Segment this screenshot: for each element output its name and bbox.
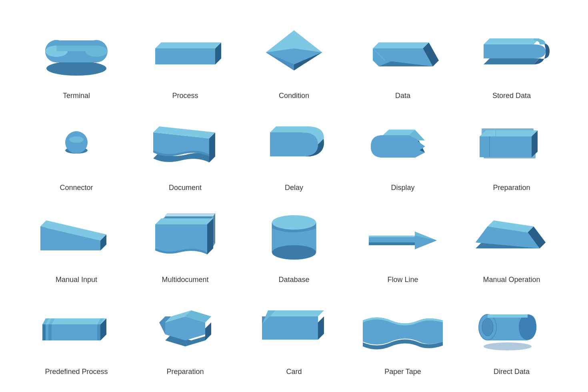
svg-point-26 xyxy=(272,245,316,260)
label-paper-tape: Paper Tape xyxy=(384,368,421,376)
cell-connector: Connector xyxy=(22,106,131,194)
svg-marker-14 xyxy=(373,42,429,48)
svg-rect-8 xyxy=(56,46,96,51)
svg-rect-33 xyxy=(48,324,52,340)
cell-delay: Delay xyxy=(240,106,348,194)
svg-marker-38 xyxy=(262,316,318,340)
shape-manual-operation xyxy=(461,204,562,268)
shape-paper-tape xyxy=(352,296,453,360)
cell-display: Display xyxy=(348,106,457,194)
label-display: Display xyxy=(391,184,414,192)
shape-connector xyxy=(26,112,127,176)
label-preparation: Preparation xyxy=(493,184,530,192)
shape-direct-data xyxy=(461,296,562,360)
svg-rect-9 xyxy=(155,48,215,64)
cell-card: Card xyxy=(240,290,348,378)
cell-manual-input: Manual Input xyxy=(22,198,131,286)
cell-document: Document xyxy=(131,106,240,194)
shape-delay xyxy=(244,112,344,176)
shape-condition xyxy=(244,20,344,84)
shape-process xyxy=(135,20,236,84)
cell-preparation: Preparation xyxy=(457,106,566,194)
svg-point-44 xyxy=(482,318,493,336)
svg-rect-34 xyxy=(42,324,46,340)
label-process: Process xyxy=(172,92,198,100)
shape-document xyxy=(135,112,236,176)
label-connector: Connector xyxy=(60,184,93,192)
label-stored-data: Stored Data xyxy=(492,92,531,100)
shape-stored-data xyxy=(461,20,562,84)
cell-terminal: Terminal xyxy=(22,14,131,102)
label-multidocument: Multidocument xyxy=(162,276,208,284)
label-database: Database xyxy=(278,276,309,284)
svg-point-27 xyxy=(272,215,316,230)
shape-data xyxy=(352,20,453,84)
cell-data: Data xyxy=(348,14,457,102)
shape-grid: Terminal Process xyxy=(14,2,574,390)
shape-database xyxy=(244,204,344,268)
svg-point-45 xyxy=(519,314,536,340)
label-flow-line: Flow Line xyxy=(387,276,418,284)
svg-point-46 xyxy=(484,342,532,350)
cell-direct-data: Direct Data xyxy=(457,290,566,378)
label-data: Data xyxy=(395,92,410,100)
shape-multidocument xyxy=(135,204,236,268)
label-preparation2: Preparation xyxy=(166,368,204,376)
label-document: Document xyxy=(169,184,202,192)
cell-flow-line: Flow Line xyxy=(348,198,457,286)
cell-predefined-process: Predefined Process xyxy=(22,290,131,378)
cell-database: Database xyxy=(240,198,348,286)
label-manual-input: Manual Input xyxy=(56,276,97,284)
svg-point-17 xyxy=(69,136,84,143)
shape-predefined-process xyxy=(26,296,127,360)
label-delay: Delay xyxy=(285,184,303,192)
label-predefined-process: Predefined Process xyxy=(45,368,108,376)
shape-preparation2 xyxy=(135,296,236,360)
shape-display xyxy=(352,112,453,176)
cell-condition: Condition xyxy=(240,14,348,102)
svg-rect-35 xyxy=(97,324,100,340)
cell-preparation2: Preparation xyxy=(131,290,240,378)
shape-card xyxy=(244,296,344,360)
shape-flow-line xyxy=(352,204,453,268)
cell-process: Process xyxy=(131,14,240,102)
cell-manual-operation: Manual Operation xyxy=(457,198,566,286)
cell-multidocument: Multidocument xyxy=(131,198,240,286)
shape-preparation xyxy=(461,112,562,176)
shape-terminal xyxy=(26,20,127,84)
label-manual-operation: Manual Operation xyxy=(483,276,540,284)
cell-paper-tape: Paper Tape xyxy=(348,290,457,378)
label-condition: Condition xyxy=(279,92,309,100)
label-card: Card xyxy=(286,368,302,376)
cell-stored-data: Stored Data xyxy=(457,14,566,102)
label-direct-data: Direct Data xyxy=(494,368,530,376)
svg-rect-20 xyxy=(480,136,532,157)
shape-manual-input xyxy=(26,204,127,268)
label-terminal: Terminal xyxy=(63,92,90,100)
